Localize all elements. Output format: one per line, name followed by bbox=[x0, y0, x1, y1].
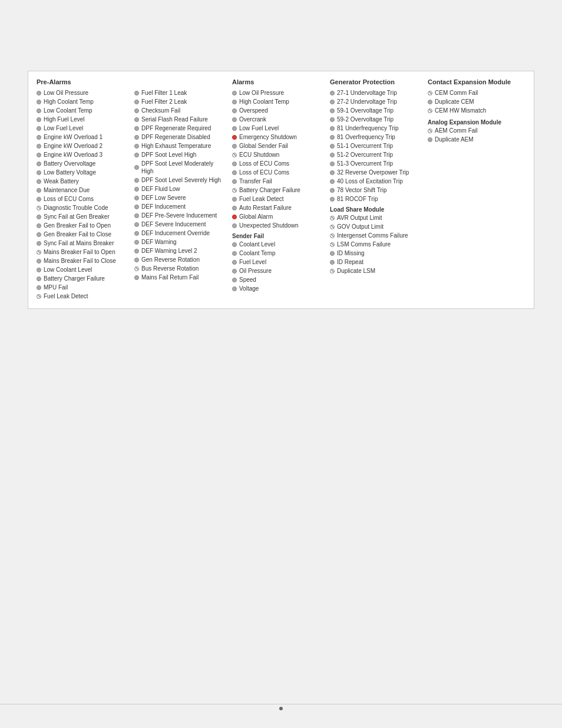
footer bbox=[0, 704, 562, 710]
alarm-label: ID Repeat bbox=[337, 258, 363, 266]
alarm-indicator bbox=[37, 179, 41, 184]
alarm-item: 59-2 Overvoltage Trip bbox=[330, 116, 422, 123]
alarm-indicator bbox=[330, 170, 335, 175]
alarm-indicator bbox=[134, 187, 139, 192]
alarm-item: Fuel Filter 2 Leak bbox=[134, 98, 226, 106]
alarm-label: Gen Reverse Rotation bbox=[141, 256, 200, 263]
alarm-item: Global Alarm bbox=[232, 213, 324, 220]
alarm-item: Bus Reverse Rotation bbox=[134, 265, 226, 272]
alarm-label: Intergenset Comms Failure bbox=[337, 232, 408, 239]
alarm-item: Fuel Filter 1 Leak bbox=[134, 89, 226, 97]
alarm-indicator bbox=[330, 197, 335, 202]
alarm-indicator bbox=[232, 188, 237, 193]
alarm-label: DEF Inducement bbox=[141, 203, 186, 210]
alarm-label: DEF Inducement Override bbox=[141, 229, 210, 237]
alarm-item: 59-1 Overvoltage Trip bbox=[330, 107, 422, 114]
alarm-label: Low Oil Pressure bbox=[44, 89, 88, 97]
alarm-indicator bbox=[428, 100, 432, 104]
alarm-item: Duplicate LSM bbox=[330, 267, 422, 275]
alarm-item: LSM Comms Failure bbox=[330, 241, 422, 248]
alarm-item: Checksum Fail bbox=[134, 107, 226, 114]
alarm-label: AVR Output Limit bbox=[337, 214, 382, 222]
alarm-label: Global Sender Fail bbox=[239, 142, 288, 150]
contact-expansion-items: CEM Comm FailDuplicate CEMCEM HW Mismatc… bbox=[428, 89, 520, 143]
alarm-item: Battery Overvoltage bbox=[37, 160, 128, 167]
alarm-label: Fuel Leak Detect bbox=[44, 292, 88, 300]
alarm-item: Loss of ECU Coms bbox=[232, 169, 324, 176]
alarm-label: DPF Soot Level Moderately High bbox=[141, 160, 226, 175]
alarm-item: Low Fuel Level bbox=[37, 124, 128, 132]
alarm-item: Diagnostic Trouble Code bbox=[37, 204, 128, 212]
alarm-indicator bbox=[232, 242, 237, 247]
alarm-indicator bbox=[232, 179, 237, 184]
alarm-indicator bbox=[232, 223, 237, 228]
alarm-label: Duplicate LSM bbox=[337, 267, 375, 275]
alarm-item: DEF Low Severe bbox=[134, 194, 226, 202]
alarm-label: 27-1 Undervoltage Trip bbox=[337, 89, 397, 97]
alarm-label: DPF Regenerate Disabled bbox=[141, 133, 210, 141]
gen-protection-column: Generator Protection 27-1 Undervoltage T… bbox=[330, 78, 428, 301]
alarm-indicator bbox=[232, 260, 237, 265]
alarm-item: Emergency Shutdown bbox=[232, 133, 324, 141]
alarm-label: Engine kW Overload 3 bbox=[44, 151, 103, 159]
alarm-label: DEF Warning Level 2 bbox=[141, 247, 197, 255]
alarm-label: Low Fuel Level bbox=[44, 124, 83, 132]
alarm-indicator bbox=[134, 153, 139, 157]
alarm-indicator bbox=[232, 153, 237, 157]
alarm-indicator bbox=[134, 231, 139, 236]
alarm-label: Diagnostic Trouble Code bbox=[44, 204, 108, 212]
alarm-label: Low Coolant Temp bbox=[44, 107, 92, 114]
footer-dot bbox=[279, 707, 283, 710]
alarm-label: Duplicate AEM bbox=[435, 136, 474, 143]
alarm-indicator bbox=[330, 260, 335, 265]
alarm-label: ECU Shutdown bbox=[239, 151, 279, 159]
alarm-item: Fuel Level bbox=[232, 258, 324, 266]
alarm-indicator bbox=[330, 108, 335, 113]
alarm-label: Gen Breaker Fail to Open bbox=[44, 222, 111, 229]
alarm-label: DEF Low Severe bbox=[141, 194, 186, 202]
alarm-indicator bbox=[134, 117, 139, 122]
alarm-label: 78 Vector Shift Trip bbox=[337, 186, 387, 194]
pre-alarms-items-1: Low Oil PressureHigh Coolant TempLow Coo… bbox=[37, 89, 128, 300]
alarm-indicator bbox=[330, 126, 335, 131]
alarm-indicator bbox=[134, 240, 139, 245]
alarm-label: 51-3 Overcurrent Trip bbox=[337, 160, 393, 167]
alarm-panel: Pre-Alarms Low Oil PressureHigh Coolant … bbox=[28, 71, 534, 309]
alarm-label: Overcrank bbox=[239, 116, 266, 123]
gen-protection-header: Generator Protection bbox=[330, 78, 422, 85]
alarm-label: 32 Reverse Overpower Trip bbox=[337, 169, 409, 176]
alarm-indicator bbox=[134, 275, 139, 280]
alarm-item: Maintenance Due bbox=[37, 186, 128, 194]
alarm-label: DPF Regenerate Required bbox=[141, 124, 211, 132]
sub-section-header: Sender Fail bbox=[232, 233, 324, 239]
alarm-indicator bbox=[37, 188, 41, 193]
pre-alarms-column-2: Fuel Filter 1 LeakFuel Filter 2 LeakChec… bbox=[134, 78, 232, 301]
alarm-label: Checksum Fail bbox=[141, 107, 180, 114]
alarm-item: 78 Vector Shift Trip bbox=[330, 186, 422, 194]
alarm-indicator bbox=[37, 100, 41, 104]
alarm-item: DEF Pre-Severe Inducement bbox=[134, 212, 226, 219]
alarm-label: Overspeed bbox=[239, 107, 268, 114]
alarm-indicator bbox=[428, 91, 432, 95]
alarm-indicator bbox=[37, 162, 41, 166]
alarm-item: DEF Inducement Override bbox=[134, 229, 226, 237]
alarm-item: 27-2 Undervoltage Trip bbox=[330, 98, 422, 106]
panel-content: Pre-Alarms Low Oil PressureHigh Coolant … bbox=[37, 78, 525, 301]
alarm-item: GOV Output Limit bbox=[330, 223, 422, 230]
alarm-label: Duplicate CEM bbox=[435, 98, 474, 106]
alarm-item: Sync Fail at Mains Breaker bbox=[37, 239, 128, 247]
alarm-indicator bbox=[134, 258, 139, 262]
alarm-item: Serial Flash Read Failure bbox=[134, 116, 226, 123]
alarm-indicator bbox=[134, 165, 139, 170]
alarm-label: GOV Output Limit bbox=[337, 223, 384, 230]
alarm-label: High Fuel Level bbox=[44, 116, 84, 123]
alarm-label: Loss of ECU Coms bbox=[44, 195, 94, 203]
alarm-label: CEM Comm Fail bbox=[435, 89, 478, 97]
alarm-indicator bbox=[37, 294, 41, 299]
alarm-item: Loss of ECU Coms bbox=[232, 160, 324, 167]
section-header: Analog Expansion Module bbox=[428, 119, 520, 126]
alarm-item: Auto Restart Failure bbox=[232, 204, 324, 212]
alarm-indicator bbox=[330, 179, 335, 184]
alarm-indicator bbox=[330, 188, 335, 193]
alarm-label: Low Oil Pressure bbox=[239, 89, 284, 97]
